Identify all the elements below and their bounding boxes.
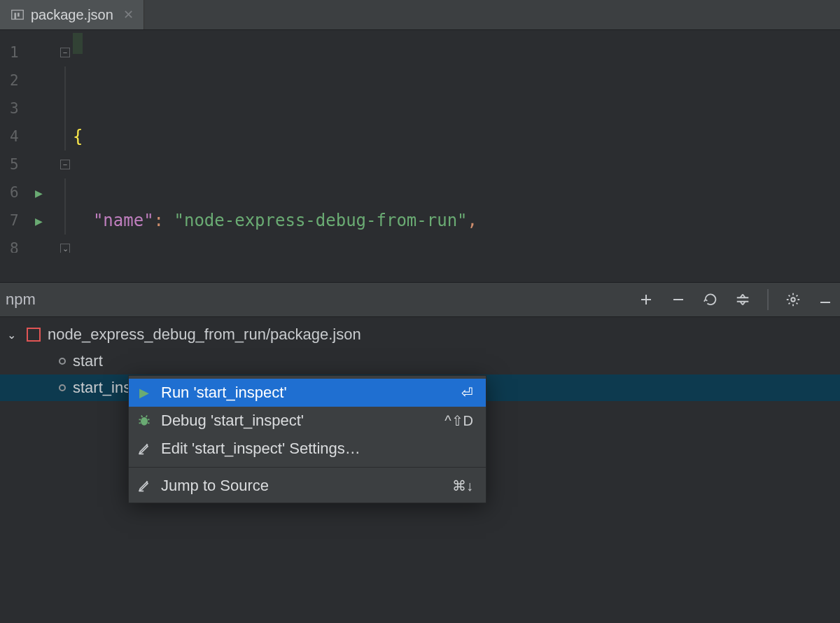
script-bullet-icon <box>59 358 66 365</box>
editor-tab[interactable]: package.json ✕ <box>0 0 144 29</box>
npm-package-icon <box>27 328 41 342</box>
editor[interactable]: 1 2 3 4 5 6▶ 7▶ 8 − − ⌄ { "name": "node-… <box>0 30 840 253</box>
fold-toggle-icon[interactable]: − <box>60 48 70 57</box>
tool-window-header: npm <box>0 282 840 317</box>
fold-end-icon: ⌄ <box>60 244 70 253</box>
settings-split-icon[interactable] <box>735 292 750 307</box>
run-icon: ▶ <box>137 386 151 400</box>
npm-file-icon <box>10 7 25 22</box>
chevron-down-icon[interactable]: ⌄ <box>7 328 20 342</box>
script-label: start <box>73 352 103 370</box>
tab-filename: package.json <box>31 7 113 23</box>
tab-bar: package.json ✕ <box>0 0 840 30</box>
fold-toggle-icon[interactable]: − <box>60 160 70 169</box>
code-area[interactable]: { "name": "node-express-debug-from-run",… <box>73 30 840 253</box>
context-menu: ▶ Run 'start_inspect' ⏎ Debug 'start_ins… <box>128 375 486 503</box>
pencil-icon <box>137 442 151 456</box>
pencil-icon <box>137 479 151 493</box>
ctx-separator <box>129 467 486 468</box>
svg-point-3 <box>791 298 795 302</box>
run-gutter-icon[interactable]: ▶ <box>35 214 43 228</box>
editor-gutter: 1 2 3 4 5 6▶ 7▶ 8 <box>0 30 57 253</box>
gear-icon[interactable] <box>785 292 801 307</box>
refresh-icon[interactable] <box>703 292 718 307</box>
ctx-debug[interactable]: Debug 'start_inspect' ^⇧D <box>129 407 486 435</box>
svg-rect-2 <box>18 13 20 17</box>
npm-scripts-tree: ⌄ node_express_debug_from_run/package.js… <box>0 317 840 623</box>
ctx-shortcut: ⏎ <box>461 384 473 401</box>
ctx-shortcut: ⌘↓ <box>452 477 473 494</box>
ctx-shortcut: ^⇧D <box>444 412 473 429</box>
ctx-edit-settings[interactable]: Edit 'start_inspect' Settings… <box>129 435 486 463</box>
script-item-start[interactable]: start <box>0 348 840 374</box>
svg-point-4 <box>141 417 148 426</box>
tool-window-title: npm <box>4 290 36 309</box>
ctx-label: Run 'start_inspect' <box>161 384 451 402</box>
close-tab-icon[interactable]: ✕ <box>123 7 134 22</box>
tree-root-label: node_express_debug_from_run/package.json <box>48 326 361 344</box>
tree-root[interactable]: ⌄ node_express_debug_from_run/package.js… <box>0 321 840 348</box>
fold-column: − − ⌄ <box>57 30 73 253</box>
bug-icon <box>137 414 151 428</box>
script-bullet-icon <box>59 384 66 391</box>
svg-rect-1 <box>14 13 16 19</box>
ctx-jump-source[interactable]: Jump to Source ⌘↓ <box>129 472 486 500</box>
add-icon[interactable] <box>638 292 654 307</box>
ctx-label: Debug 'start_inspect' <box>161 412 435 430</box>
remove-icon[interactable] <box>671 292 686 307</box>
ctx-run[interactable]: ▶ Run 'start_inspect' ⏎ <box>129 379 486 407</box>
ctx-label: Jump to Source <box>161 477 442 495</box>
minimize-icon[interactable] <box>818 292 833 307</box>
ctx-label: Edit 'start_inspect' Settings… <box>161 440 463 458</box>
run-gutter-icon[interactable]: ▶ <box>35 186 43 200</box>
